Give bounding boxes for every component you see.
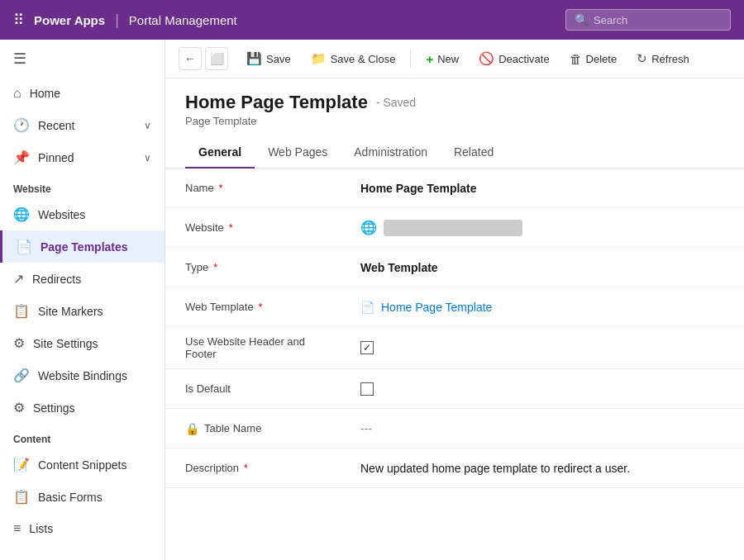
sidebar-item-label: Redirects [32, 273, 81, 286]
required-indicator: * [219, 183, 223, 194]
deactivate-icon: 🚫 [479, 51, 494, 66]
sidebar-item-site-settings[interactable]: ⚙ Site Settings [0, 327, 165, 359]
checkbox-checked[interactable]: ✓ [360, 341, 374, 354]
globe-icon: 🌐 [360, 220, 377, 235]
search-input[interactable] [594, 14, 722, 26]
field-header-footer-value[interactable]: ✓ [347, 333, 744, 363]
field-header-footer-label: Use Website Header and Footer [165, 327, 347, 368]
content-area: ← ⬜ 💾 Save 📁 Save & Close + New 🚫 Deacti… [165, 40, 744, 560]
sidebar-item-label: Page Templates [41, 240, 128, 254]
page-template-icon: 📄 [16, 239, 32, 254]
lists-icon: ≡ [13, 521, 21, 536]
search-bar[interactable]: 🔍 [565, 9, 731, 31]
redirect-icon: ↗ [13, 271, 24, 287]
waffle-icon[interactable]: ⠿ [13, 11, 24, 29]
save-button[interactable]: 💾 Save [238, 46, 299, 71]
globe-icon: 🌐 [13, 206, 30, 222]
new-button[interactable]: + New [417, 47, 467, 71]
field-website-row: Website * 🌐 www.example-portal.com [165, 208, 744, 248]
field-description-value: New updated home page template to redire… [347, 453, 744, 483]
recent-icon: 🕐 [13, 117, 30, 133]
field-web-template-row: Web Template * 📄 Home Page Template [165, 287, 744, 327]
field-table-name-label: 🔒 Table Name [165, 414, 347, 444]
field-name-value: Home Page Template [347, 173, 744, 203]
field-description-row: Description * New updated home page temp… [165, 448, 744, 488]
record-title: Home Page Template [185, 92, 368, 113]
field-is-default-value[interactable] [347, 374, 744, 404]
sidebar-item-settings[interactable]: ⚙ Settings [0, 392, 165, 424]
nav-buttons: ← ⬜ [179, 47, 228, 70]
lock-icon: 🔒 [185, 422, 199, 435]
sidebar-item-label: Home [30, 87, 60, 100]
site-markers-icon: 📋 [13, 303, 30, 319]
sidebar-item-label: Site Settings [33, 337, 98, 350]
sidebar-item-label: Site Markers [38, 305, 103, 318]
sidebar-item-recent[interactable]: 🕐 Recent ∨ [0, 109, 165, 141]
field-table-name-value: --- [347, 414, 744, 444]
divider [410, 49, 411, 69]
field-website-value: 🌐 www.example-portal.com [347, 211, 744, 244]
hamburger-button[interactable]: ☰ [0, 40, 165, 78]
save-icon: 💾 [246, 51, 262, 66]
snippets-icon: 📝 [13, 457, 30, 472]
tab-general[interactable]: General [185, 137, 255, 168]
form-area: Name * Home Page Template Website * 🌐 ww… [165, 168, 744, 560]
field-is-default-label: Is Default [165, 374, 347, 403]
record-header: Home Page Template - Saved Page Template [165, 78, 744, 127]
tab-administration[interactable]: Administration [341, 137, 441, 168]
sidebar-item-site-markers[interactable]: 📋 Site Markers [0, 295, 165, 327]
app-title: Power Apps [34, 13, 105, 27]
field-type-row: Type * Web Template [165, 248, 744, 287]
deactivate-button[interactable]: 🚫 Deactivate [470, 46, 557, 71]
tab-related[interactable]: Related [441, 137, 507, 168]
sidebar-item-label: Basic Forms [38, 491, 103, 504]
sidebar: ☰ ⌂ Home 🕐 Recent ∨ 📌 Pinned ∨ Website 🌐… [0, 40, 165, 560]
field-web-template-label: Web Template * [165, 292, 347, 321]
sidebar-item-label: Website Bindings [38, 369, 127, 382]
required-indicator: * [229, 222, 233, 234]
record-subtitle: Page Template [185, 115, 724, 127]
field-is-default-row: Is Default [165, 369, 744, 409]
search-icon: 🔍 [575, 13, 589, 26]
sidebar-item-lists[interactable]: ≡ Lists [0, 513, 165, 544]
tab-bar: General Web Pages Administration Related [165, 137, 744, 168]
field-name-row: Name * Home Page Template [165, 168, 744, 208]
sidebar-item-basic-forms[interactable]: 📋 Basic Forms [0, 481, 165, 513]
sidebar-item-website-bindings[interactable]: 🔗 Website Bindings [0, 359, 165, 392]
back-button[interactable]: ← [179, 47, 202, 70]
field-description-label: Description * [165, 453, 347, 482]
sidebar-item-websites[interactable]: 🌐 Websites [0, 198, 165, 230]
forward-button[interactable]: ⬜ [205, 47, 228, 70]
chevron-down-icon: ∨ [144, 120, 151, 131]
field-header-footer-row: Use Website Header and Footer ✓ [165, 327, 744, 369]
checkbox-unchecked[interactable] [360, 382, 374, 396]
refresh-icon: ↻ [637, 51, 647, 66]
sidebar-item-pinned[interactable]: 📌 Pinned ∨ [0, 141, 165, 173]
field-table-name-row: 🔒 Table Name --- [165, 409, 744, 448]
settings-icon: ⚙ [13, 400, 25, 415]
bindings-icon: 🔗 [13, 368, 30, 383]
sidebar-item-label: Settings [33, 401, 75, 415]
doc-icon: 📄 [360, 301, 374, 314]
portal-title: Portal Management [129, 13, 237, 27]
refresh-button[interactable]: ↻ Refresh [628, 46, 698, 71]
save-close-icon: 📁 [311, 51, 327, 66]
sidebar-item-redirects[interactable]: ↗ Redirects [0, 263, 165, 295]
sidebar-item-label: Lists [29, 522, 53, 535]
sidebar-item-label: Websites [38, 208, 85, 221]
main-layout: ☰ ⌂ Home 🕐 Recent ∨ 📌 Pinned ∨ Website 🌐… [0, 40, 744, 560]
top-bar: ⠿ Power Apps | Portal Management 🔍 [0, 0, 744, 40]
forms-icon: 📋 [13, 489, 30, 505]
required-indicator: * [244, 463, 248, 474]
sidebar-item-content-snippets[interactable]: 📝 Content Snippets [0, 448, 165, 481]
blurred-website: www.example-portal.com [384, 220, 522, 236]
delete-icon: 🗑 [570, 52, 582, 66]
section-website-label: Website [0, 173, 165, 198]
sidebar-item-home[interactable]: ⌂ Home [0, 78, 165, 109]
tab-web-pages[interactable]: Web Pages [255, 137, 341, 168]
delete-button[interactable]: 🗑 Delete [561, 47, 626, 71]
sidebar-item-page-templates[interactable]: 📄 Page Templates [0, 230, 165, 263]
save-close-button[interactable]: 📁 Save & Close [303, 46, 404, 71]
record-saved-status: - Saved [376, 96, 416, 109]
field-web-template-value[interactable]: 📄 Home Page Template [347, 292, 744, 322]
